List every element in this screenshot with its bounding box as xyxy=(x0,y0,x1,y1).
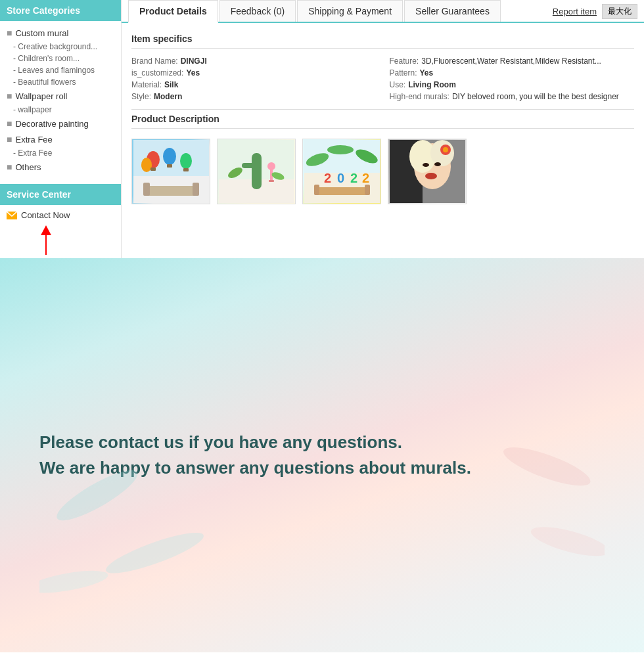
spec-pattern: Pattern: Yes xyxy=(390,67,635,79)
tab-product-details[interactable]: Product Details xyxy=(128,0,218,23)
svg-point-45 xyxy=(425,173,437,179)
lower-section: Please contact us if you have any questi… xyxy=(0,258,644,652)
svg-point-29 xyxy=(327,145,354,154)
svg-rect-18 xyxy=(252,153,262,189)
svg-text:0: 0 xyxy=(337,171,344,185)
svg-marker-2 xyxy=(41,225,51,235)
sidebar-item-others[interactable]: ■ Others xyxy=(0,159,121,175)
item-specifics-header: Item specifics xyxy=(131,30,634,49)
image-gallery: 2 0 2 2 xyxy=(131,139,634,204)
tab-seller-guarantees[interactable]: Seller Guarantees xyxy=(404,0,501,22)
svg-rect-34 xyxy=(317,187,367,195)
sidebar-sub-leaves[interactable]: Leaves and flamingos xyxy=(0,64,121,76)
svg-point-20 xyxy=(267,162,275,170)
minus-icon-5: ■ xyxy=(7,162,12,172)
svg-point-47 xyxy=(443,147,448,152)
svg-point-48 xyxy=(51,462,143,529)
svg-rect-35 xyxy=(314,185,319,195)
svg-point-51 xyxy=(499,440,594,493)
spec-brand: Brand Name: DINGJI xyxy=(131,55,377,67)
svg-rect-13 xyxy=(143,183,150,196)
svg-text:2: 2 xyxy=(350,171,357,185)
svg-rect-12 xyxy=(147,186,196,196)
svg-text:2: 2 xyxy=(362,171,369,185)
svg-rect-11 xyxy=(183,168,189,171)
sidebar: Store Categories ■ Custom mural Creative… xyxy=(0,0,122,258)
contact-now-label: Contact Now xyxy=(21,210,70,220)
svg-point-44 xyxy=(434,162,441,166)
sidebar-sub-extra-fee[interactable]: Extra Fee xyxy=(0,147,121,159)
spec-customized: is_customized: Yes xyxy=(131,67,377,79)
main-content: Product Details Feedback (0) Shipping & … xyxy=(122,0,644,258)
svg-rect-10 xyxy=(167,164,172,168)
svg-point-43 xyxy=(423,163,429,167)
spec-style: Style: Modern xyxy=(131,91,377,102)
minus-icon-3: ■ xyxy=(7,118,12,129)
specifics-grid: Brand Name: DINGJI is_customized: Yes Ma… xyxy=(131,55,634,102)
gallery-item-balloons[interactable] xyxy=(131,139,210,204)
tab-feedback[interactable]: Feedback (0) xyxy=(219,0,296,22)
svg-rect-14 xyxy=(193,183,199,196)
arrow-annotation xyxy=(0,225,121,258)
svg-point-49 xyxy=(103,526,207,581)
spec-material: Material: Silk xyxy=(131,79,377,91)
svg-point-52 xyxy=(528,521,605,562)
sidebar-sub-creative[interactable]: Creative background... xyxy=(0,41,121,53)
sidebar-item-wallpaper-roll[interactable]: ■ Wallpaper roll xyxy=(0,88,121,104)
svg-rect-36 xyxy=(365,185,370,195)
report-item-link[interactable]: Report item xyxy=(553,7,597,22)
gallery-item-tropical[interactable]: 2 0 2 2 xyxy=(302,139,381,204)
minus-icon: ■ xyxy=(7,28,12,38)
tab-shipping[interactable]: Shipping & Payment xyxy=(297,0,403,22)
svg-rect-22 xyxy=(269,180,274,182)
spec-highend-murals: High-end murals: DIY beloved room, you w… xyxy=(390,91,635,102)
svg-point-6 xyxy=(163,148,176,165)
maximize-button[interactable]: 最大化 xyxy=(602,4,637,19)
content-area: Item specifics Brand Name: DINGJI is_cus… xyxy=(122,23,644,211)
product-description-header: Product Description xyxy=(131,109,634,129)
right-specs: Feature: 3D,Fluorescent,Water Resistant,… xyxy=(390,55,635,102)
minus-icon-4: ■ xyxy=(7,134,12,145)
svg-rect-19 xyxy=(242,163,262,168)
envelope-icon xyxy=(7,212,17,219)
svg-point-50 xyxy=(39,566,110,597)
sidebar-nav: ■ Custom mural Creative background... Ch… xyxy=(0,21,121,179)
svg-text:2: 2 xyxy=(324,171,331,185)
sidebar-item-custom-mural[interactable]: ■ Custom mural xyxy=(0,25,121,41)
svg-rect-9 xyxy=(150,168,156,171)
store-categories-header: Store Categories xyxy=(0,0,121,21)
sidebar-sub-childrens[interactable]: Children's room... xyxy=(0,53,121,64)
spec-use: Use: Living Room xyxy=(390,79,635,91)
sidebar-item-extra-fee[interactable]: ■ Extra Fee xyxy=(0,131,121,147)
contact-now-button[interactable]: Contact Now xyxy=(0,205,121,225)
sidebar-item-decorative[interactable]: ■ Decorative painting xyxy=(0,116,121,131)
sidebar-sub-wallpaper[interactable]: wallpaper xyxy=(0,104,121,116)
svg-point-7 xyxy=(180,153,192,169)
sidebar-sub-flowers[interactable]: Beautiful flowers xyxy=(0,76,121,88)
minus-icon-2: ■ xyxy=(7,91,12,101)
service-center-header: Service Center xyxy=(0,184,121,205)
gallery-item-portrait[interactable] xyxy=(388,139,467,204)
left-specs: Brand Name: DINGJI is_customized: Yes Ma… xyxy=(131,55,377,102)
spec-feature: Feature: 3D,Fluorescent,Water Resistant,… xyxy=(390,55,635,67)
gallery-item-cactus[interactable] xyxy=(217,139,296,204)
tab-bar: Product Details Feedback (0) Shipping & … xyxy=(122,0,644,23)
svg-point-8 xyxy=(141,158,152,172)
